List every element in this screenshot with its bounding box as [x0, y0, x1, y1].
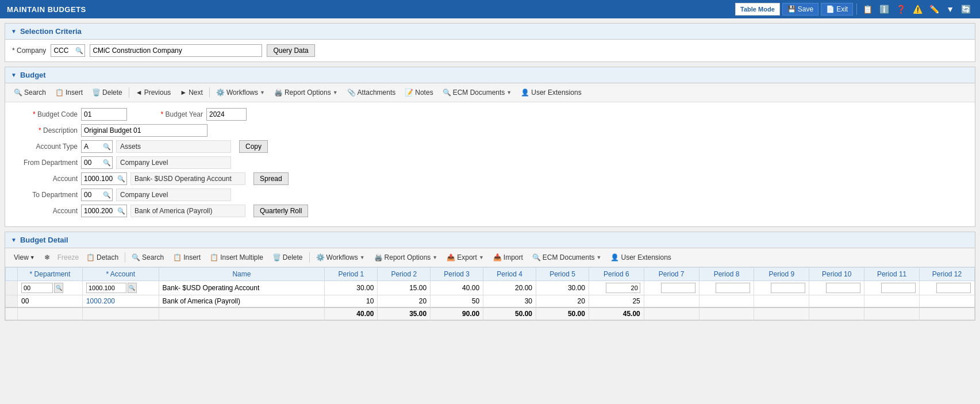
row1-p11-input[interactable] — [881, 283, 916, 293]
budget-ecm-documents-button[interactable]: 🔍 ECM Documents ▼ — [439, 86, 516, 99]
budget-notes-button[interactable]: 📝 Notes — [401, 86, 437, 99]
collapse-icon[interactable]: ▼ — [11, 28, 17, 34]
detail-insert-button[interactable]: 📋 Insert — [169, 251, 205, 264]
budget-detail-collapse-icon[interactable]: ▼ — [11, 237, 17, 243]
row1-p9-input[interactable] — [771, 283, 805, 293]
detail-detach-button[interactable]: 📋 Detach — [82, 251, 122, 264]
description-input[interactable] — [81, 124, 207, 137]
detail-workflows-button[interactable]: ⚙️ Workflows ▼ — [312, 251, 369, 264]
next-icon: ► — [180, 89, 187, 97]
exit-button[interactable]: 📄 Exit — [821, 3, 853, 16]
quarterly-roll-button[interactable]: Quarterly Roll — [253, 205, 308, 217]
total-p4: 50.00 — [483, 307, 536, 320]
row1-p10-input[interactable] — [826, 283, 860, 293]
row1-selector[interactable] — [6, 281, 18, 295]
refresh-button[interactable]: 🔄 — [959, 3, 973, 15]
budget-attachments-button[interactable]: 📎 Attachments — [343, 86, 400, 99]
detail-search-button[interactable]: 🔍 Search — [128, 251, 168, 264]
budget-panel-header: ▼ Budget — [5, 67, 975, 83]
from-dept-name-display: Company Level — [116, 156, 231, 169]
detail-toolbar: View ▼ ❄ Freeze 📋 Detach 🔍 Search 📋 Inse… — [5, 248, 975, 267]
budget-collapse-icon[interactable]: ▼ — [11, 72, 17, 78]
to-dept-search-icon[interactable]: 🔍 — [103, 191, 111, 199]
detach-icon: 📋 — [86, 253, 95, 261]
row1-p6[interactable] — [589, 281, 644, 295]
account-type-search-icon[interactable]: 🔍 — [103, 143, 111, 151]
row1-p9[interactable] — [754, 281, 809, 295]
budget-previous-button[interactable]: ◄ Previous — [132, 86, 175, 99]
toolbar-sep-2 — [209, 87, 210, 98]
query-data-button[interactable]: Query Data — [267, 44, 314, 57]
document-icon-button[interactable]: 📋 — [860, 3, 875, 15]
budget-code-input[interactable] — [81, 108, 127, 121]
budget-delete-button[interactable]: 🗑️ Delete — [88, 86, 126, 99]
col-period12-header: Period 12 — [920, 268, 975, 281]
company-code-wrapper: 🔍 — [51, 44, 85, 57]
copy-button[interactable]: Copy — [239, 140, 268, 153]
budget-workflows-button[interactable]: ⚙️ Workflows ▼ — [212, 86, 269, 99]
row1-p8-input[interactable] — [716, 283, 750, 293]
budget-search-button[interactable]: 🔍 Search — [10, 86, 50, 99]
detail-user-ext-button[interactable]: 👤 User Extensions — [606, 251, 675, 264]
budget-report-options-button[interactable]: 🖨️ Report Options ▼ — [270, 86, 342, 99]
row1-p4[interactable]: 20.00 — [483, 281, 536, 295]
budget-next-button[interactable]: ► Next — [176, 86, 207, 99]
detail-freeze-icon-btn[interactable]: ❄ — [40, 251, 54, 264]
from-dept-wrapper: 🔍 — [81, 156, 113, 169]
selection-criteria-title: Selection Criteria — [20, 27, 82, 36]
detail-report-options-button[interactable]: 🖨️ Report Options ▼ — [370, 251, 442, 264]
row1-p5[interactable]: 30.00 — [536, 281, 589, 295]
detail-export-button[interactable]: 📤 Export ▼ — [443, 251, 488, 264]
row1-p8[interactable] — [699, 281, 754, 295]
company-name-input[interactable] — [90, 44, 262, 57]
detail-ecm-button[interactable]: 🔍 ECM Documents ▼ — [528, 251, 606, 264]
row1-account-search-icon[interactable]: 🔍 — [128, 283, 137, 293]
row1-account[interactable]: 🔍 — [82, 281, 159, 295]
detail-delete-button[interactable]: 🗑️ Delete — [268, 251, 307, 264]
edit-icon-button[interactable]: ✏️ — [927, 3, 941, 15]
row1-account-input[interactable] — [86, 283, 126, 293]
help-button[interactable]: ❓ — [894, 3, 908, 15]
budget-user-extensions-button[interactable]: 👤 User Extensions — [517, 86, 585, 99]
freeze-icon: ❄ — [44, 253, 50, 261]
total-p6: 45.00 — [589, 307, 644, 320]
budget-year-input[interactable] — [206, 108, 247, 121]
detail-import-button[interactable]: 📥 Import — [489, 251, 527, 264]
chevron-down-button[interactable]: ▼ — [944, 3, 956, 15]
row1-p2[interactable]: 15.00 — [378, 281, 431, 295]
row1-dept-search-icon[interactable]: 🔍 — [54, 283, 63, 293]
row1-p12[interactable] — [920, 281, 975, 295]
row1-p10[interactable] — [809, 281, 864, 295]
detail-insert-multiple-button[interactable]: 📋 Insert Multiple — [206, 251, 267, 264]
row1-dept-input[interactable] — [21, 283, 53, 293]
account2-search-icon[interactable]: 🔍 — [117, 207, 125, 215]
table-mode-button[interactable]: Table Mode — [735, 3, 780, 16]
from-dept-search-icon[interactable]: 🔍 — [103, 159, 111, 167]
spread-button[interactable]: Spread — [253, 172, 289, 185]
table-row: 🔍 🔍 Bank- $USD Operating Account 30.00 1… — [6, 281, 975, 295]
row1-p7[interactable] — [644, 281, 699, 295]
col-account-header: * Account — [82, 268, 159, 281]
account1-name-display: Bank- $USD Operating Account — [130, 172, 245, 185]
row1-p12-input[interactable] — [936, 283, 971, 293]
to-dept-label: To Department — [14, 191, 78, 199]
budget-insert-button[interactable]: 📋 Insert — [51, 86, 87, 99]
company-label: * Company — [12, 47, 46, 55]
row1-p3[interactable]: 40.00 — [431, 281, 483, 295]
info-circle-button[interactable]: ℹ️ — [877, 3, 891, 15]
warning-button[interactable]: ⚠️ — [910, 3, 925, 15]
toolbar-sep-1 — [129, 87, 129, 98]
row1-p6-input[interactable] — [606, 283, 640, 293]
total-p10 — [809, 307, 864, 320]
row1-p1[interactable]: 30.00 — [325, 281, 378, 295]
account1-search-icon[interactable]: 🔍 — [117, 175, 125, 183]
row1-dept[interactable]: 🔍 — [18, 281, 83, 295]
row2-selector[interactable] — [6, 295, 18, 308]
table-row: 00 1000.200 Bank of America (Payroll) 10… — [6, 295, 975, 308]
budget-panel-title: Budget — [20, 71, 46, 79]
save-button[interactable]: 💾 Save — [782, 3, 818, 16]
company-search-icon[interactable]: 🔍 — [75, 47, 83, 55]
row1-p7-input[interactable] — [661, 283, 695, 293]
row1-p11[interactable] — [864, 281, 920, 295]
view-button[interactable]: View ▼ — [10, 251, 39, 264]
